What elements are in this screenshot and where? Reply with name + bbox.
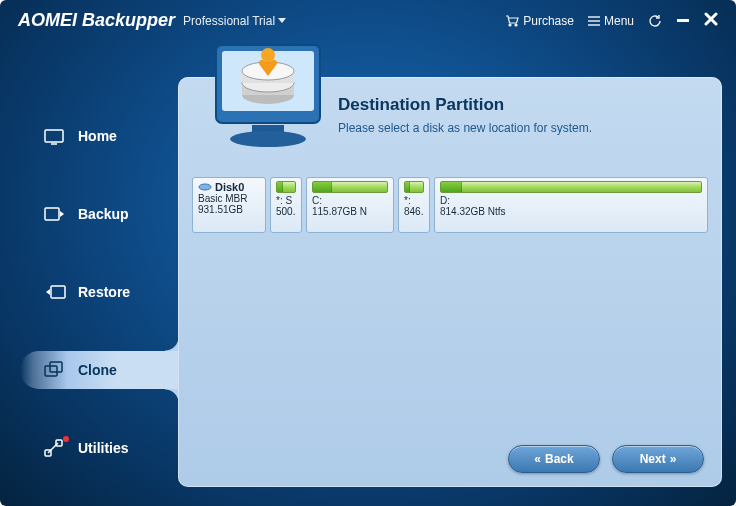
sidebar-item-label: Clone xyxy=(78,362,117,378)
partition-label: C: xyxy=(312,195,388,206)
minimize-button[interactable] xyxy=(676,12,690,30)
partition-cell[interactable]: D:814.32GB Ntfs xyxy=(434,177,708,233)
svg-rect-13 xyxy=(50,362,62,372)
body: Home Backup Restore Clone xyxy=(0,37,736,501)
home-icon xyxy=(44,127,66,145)
minimize-icon xyxy=(676,12,690,26)
purchase-label: Purchase xyxy=(523,14,574,28)
disk-name: Disk0 xyxy=(215,181,244,193)
svg-point-27 xyxy=(199,184,211,190)
partition-detail: 115.87GB N xyxy=(312,206,388,217)
menu-icon xyxy=(588,16,600,26)
sidebar-item-label: Utilities xyxy=(78,440,129,456)
sidebar-item-label: Home xyxy=(78,128,117,144)
partition-label: *: xyxy=(404,195,424,206)
close-icon xyxy=(704,12,718,26)
partition-detail: 500. xyxy=(276,206,296,217)
svg-point-19 xyxy=(230,131,306,147)
menu-button[interactable]: Menu xyxy=(588,14,634,28)
disk-size: 931.51GB xyxy=(198,204,260,215)
svg-rect-11 xyxy=(51,286,65,298)
backup-icon xyxy=(44,205,66,223)
edition-dropdown[interactable]: Professional Trial xyxy=(183,14,286,28)
caret-down-icon xyxy=(278,18,286,23)
svg-rect-12 xyxy=(45,366,57,376)
utilities-icon xyxy=(44,439,66,457)
menu-label: Menu xyxy=(604,14,634,28)
partition-cell[interactable]: C:115.87GB N xyxy=(306,177,394,233)
sidebar-item-utilities[interactable]: Utilities xyxy=(0,429,178,467)
main-panel: Destination Partition Please select a di… xyxy=(178,77,722,487)
svg-rect-10 xyxy=(45,208,59,220)
disk-type: Basic MBR xyxy=(198,193,260,204)
back-button[interactable]: « Back xyxy=(508,445,600,473)
sidebar-item-clone[interactable]: Clone xyxy=(20,351,178,389)
next-button[interactable]: Next » xyxy=(612,445,704,473)
partition-cell[interactable]: *:846. xyxy=(398,177,430,233)
notification-dot-icon xyxy=(63,436,69,442)
page-title: Destination Partition xyxy=(338,95,700,115)
next-label: Next xyxy=(640,452,666,466)
purchase-button[interactable]: Purchase xyxy=(505,14,574,28)
app-window: AOMEI Backupper Professional Trial Purch… xyxy=(0,0,736,506)
partition-label: D: xyxy=(440,195,702,206)
svg-rect-8 xyxy=(45,130,63,142)
sidebar: Home Backup Restore Clone xyxy=(0,37,178,501)
disk-header-cell[interactable]: Disk0 Basic MBR 931.51GB xyxy=(192,177,266,233)
partition-label: *: S xyxy=(276,195,296,206)
close-button[interactable] xyxy=(704,12,718,30)
title-bar: AOMEI Backupper Professional Trial Purch… xyxy=(0,0,736,37)
page-subtitle: Please select a disk as new location for… xyxy=(338,121,700,135)
chevron-right-icon: » xyxy=(670,452,677,466)
sidebar-item-home[interactable]: Home xyxy=(0,117,178,155)
footer: « Back Next » xyxy=(508,445,704,473)
chevron-left-icon: « xyxy=(534,452,541,466)
svg-point-26 xyxy=(261,48,275,62)
svg-point-1 xyxy=(515,24,517,26)
refresh-icon xyxy=(648,14,662,28)
partition-cell[interactable]: *: S500. xyxy=(270,177,302,233)
svg-rect-5 xyxy=(677,19,689,22)
clone-icon xyxy=(44,361,66,379)
partition-detail: 814.32GB Ntfs xyxy=(440,206,702,217)
cart-icon xyxy=(505,15,519,27)
disk-row[interactable]: Disk0 Basic MBR 931.51GB *: S500.C:115.8… xyxy=(192,177,708,233)
restore-icon xyxy=(44,283,66,301)
sidebar-item-restore[interactable]: Restore xyxy=(0,273,178,311)
refresh-button[interactable] xyxy=(648,14,662,28)
partition-detail: 846. xyxy=(404,206,424,217)
sidebar-item-backup[interactable]: Backup xyxy=(0,195,178,233)
svg-point-0 xyxy=(509,24,511,26)
edition-label: Professional Trial xyxy=(183,14,275,28)
back-label: Back xyxy=(545,452,574,466)
app-title: AOMEI Backupper xyxy=(18,10,175,31)
disk-icon xyxy=(198,183,212,191)
monitor-illustration-icon xyxy=(208,43,328,157)
sidebar-item-label: Restore xyxy=(78,284,130,300)
sidebar-item-label: Backup xyxy=(78,206,129,222)
disk-list: Disk0 Basic MBR 931.51GB *: S500.C:115.8… xyxy=(192,177,708,233)
